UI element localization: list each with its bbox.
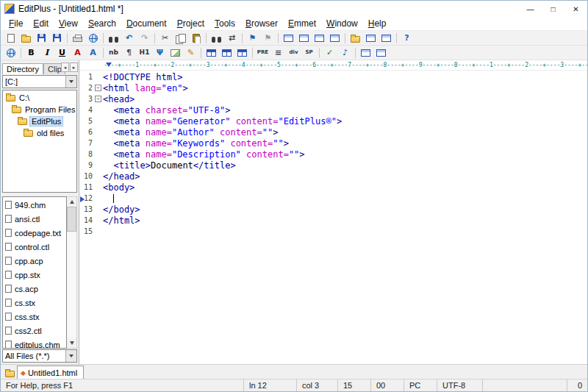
- code-text[interactable]: <meta name="Generator" content="EditPlus…: [103, 116, 587, 126]
- insert-image-button[interactable]: [168, 46, 183, 60]
- tab-list-button[interactable]: [2, 366, 17, 379]
- syntax-check-button[interactable]: ✓: [322, 46, 337, 60]
- code-text[interactable]: <!DOCTYPE html>: [103, 72, 587, 82]
- highlight-color-button[interactable]: A: [85, 46, 101, 60]
- print-button[interactable]: [70, 32, 85, 45]
- file-list-item[interactable]: codepage.txt: [3, 226, 66, 240]
- menu-edit[interactable]: Edit: [28, 18, 54, 29]
- file-list-scrollbar[interactable]: [67, 196, 77, 349]
- editor-pane[interactable]: ----+----1----+----2----+----3----+----4…: [79, 60, 587, 364]
- tree-item[interactable]: EditPlus: [3, 115, 76, 127]
- document-selector-button[interactable]: [379, 32, 394, 45]
- help-button[interactable]: ?: [399, 32, 415, 45]
- fold-marker-icon[interactable]: −: [95, 85, 101, 91]
- redo-button[interactable]: ↷: [137, 32, 152, 45]
- copy-button[interactable]: [173, 32, 188, 45]
- tab-scroll-right-icon[interactable]: ▸: [70, 63, 78, 72]
- menu-search[interactable]: Search: [83, 18, 121, 29]
- minimize-button[interactable]: —: [519, 1, 542, 17]
- file-list-item[interactable]: css2.ctl: [3, 324, 66, 338]
- menu-view[interactable]: View: [54, 18, 83, 29]
- file-list-item[interactable]: editplus.chm: [3, 338, 66, 349]
- script-tool-button[interactable]: ♪: [337, 46, 353, 60]
- insert-table-button[interactable]: [204, 46, 219, 60]
- menu-emmet[interactable]: Emmet: [283, 18, 321, 29]
- maximize-button[interactable]: □: [542, 1, 564, 17]
- split-window-button[interactable]: [312, 32, 327, 45]
- open-file-button[interactable]: [18, 32, 34, 45]
- code-text[interactable]: [103, 193, 587, 204]
- menu-tools[interactable]: Tools: [209, 18, 240, 29]
- edit-pen-button[interactable]: ✎: [183, 46, 198, 60]
- find-button[interactable]: [209, 32, 224, 45]
- list-button[interactable]: ≡: [270, 46, 286, 60]
- file-list-item[interactable]: cs.acp: [3, 282, 66, 296]
- save-file-button[interactable]: [34, 32, 49, 45]
- tree-item[interactable]: old files: [3, 127, 76, 139]
- window-vertical-button[interactable]: [296, 32, 312, 45]
- sidebar-tab-directory[interactable]: Directory: [2, 63, 43, 74]
- toggle-bookmark-button[interactable]: ⚑: [245, 32, 260, 45]
- browser-preview-button[interactable]: [85, 32, 101, 45]
- menu-help[interactable]: Help: [363, 18, 392, 29]
- scroll-down-button[interactable]: [67, 338, 76, 348]
- tree-item[interactable]: Program Files: [3, 104, 76, 115]
- undo-button[interactable]: ↶: [121, 32, 137, 45]
- drive-selector[interactable]: [C:]: [2, 75, 77, 88]
- div-tag-button[interactable]: div: [286, 46, 301, 60]
- tree-item[interactable]: C:\: [3, 92, 76, 104]
- close-button[interactable]: ✕: [564, 1, 587, 17]
- document-tab[interactable]: ◆ Untitled1.html: [17, 366, 84, 379]
- scrollbar-thumb[interactable]: [67, 207, 76, 232]
- preformatted-button[interactable]: PRE: [255, 46, 270, 60]
- file-list-item[interactable]: cs.stx: [3, 296, 66, 310]
- line-break-button[interactable]: ¶: [121, 46, 137, 60]
- code-text[interactable]: <meta charset="UTF-8">: [103, 105, 587, 115]
- panel-toggle-button[interactable]: [373, 46, 389, 60]
- tab-scroll-left-icon[interactable]: ◂: [61, 63, 69, 72]
- file-list-item[interactable]: css.stx: [3, 310, 66, 324]
- new-document-button[interactable]: [3, 32, 18, 45]
- directory-window-button[interactable]: [348, 32, 363, 45]
- file-list-item[interactable]: 949.chm: [3, 198, 66, 212]
- font-color-button[interactable]: A: [70, 46, 85, 60]
- file-list-item[interactable]: cpp.acp: [3, 254, 66, 268]
- find-in-files-button[interactable]: [106, 32, 121, 45]
- window-horizontal-button[interactable]: [281, 32, 296, 45]
- code-text[interactable]: <meta name="Keywords" content="">: [103, 138, 587, 149]
- file-list-item[interactable]: cpp.stx: [3, 268, 66, 282]
- file-filter-selector[interactable]: All Files (*.*): [2, 349, 77, 363]
- code-text[interactable]: <body>: [103, 182, 587, 193]
- table-cell-button[interactable]: [234, 46, 250, 60]
- save-all-button[interactable]: [49, 32, 65, 45]
- full-screen-button[interactable]: [327, 32, 343, 45]
- view-in-browser-button[interactable]: [3, 46, 18, 60]
- clear-bookmarks-button[interactable]: ⚑: [260, 32, 276, 45]
- code-text[interactable]: <head>: [103, 94, 587, 104]
- italic-button[interactable]: I: [39, 46, 54, 60]
- scrollbar-track[interactable]: [67, 207, 76, 338]
- scroll-up-button[interactable]: [67, 197, 76, 207]
- heading-1-button[interactable]: H1: [137, 46, 152, 60]
- drive-dropdown-arrow-icon[interactable]: [65, 76, 76, 88]
- paste-button[interactable]: [188, 32, 204, 45]
- table-row-button[interactable]: [219, 46, 234, 60]
- code-text[interactable]: </html>: [103, 215, 587, 226]
- span-tag-button[interactable]: SP: [301, 46, 317, 60]
- anchor-button[interactable]: Ψ: [152, 46, 168, 60]
- code-text[interactable]: <meta name="Author" content="">: [103, 127, 587, 138]
- code-text[interactable]: <meta name="Description" content="">: [103, 149, 587, 160]
- output-window-button[interactable]: [363, 32, 379, 45]
- code-text[interactable]: <html lang="en">: [103, 83, 587, 93]
- cut-button[interactable]: ✂: [157, 32, 173, 45]
- menu-window[interactable]: Window: [321, 18, 363, 29]
- code-text[interactable]: </body>: [103, 204, 587, 215]
- filter-dropdown-arrow-icon[interactable]: [65, 350, 76, 362]
- menu-document[interactable]: Document: [121, 18, 172, 29]
- menu-file[interactable]: File: [4, 18, 28, 29]
- code-lines[interactable]: 1<!DOCTYPE html>2−<html lang="en">3−<hea…: [79, 71, 587, 364]
- code-text[interactable]: </head>: [103, 171, 587, 182]
- file-list-item[interactable]: control.ctl: [3, 240, 66, 254]
- file-list-item[interactable]: ansi.ctl: [3, 212, 66, 226]
- underline-button[interactable]: U: [54, 46, 70, 60]
